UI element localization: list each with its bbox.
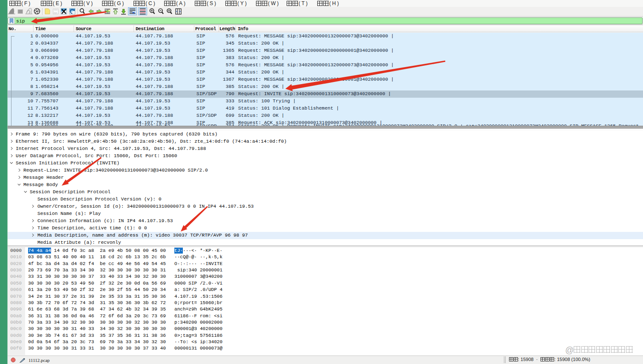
svg-text:010: 010: [54, 12, 57, 14]
